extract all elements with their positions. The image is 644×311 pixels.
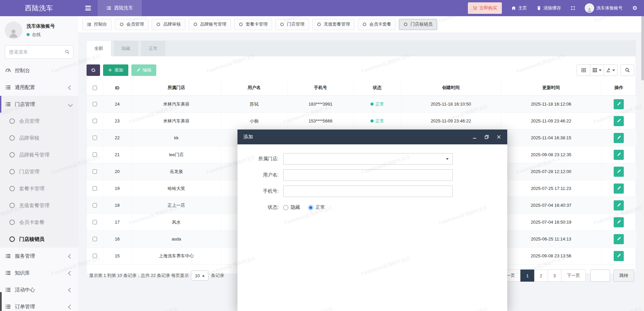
- page-scrollbar-thumb[interactable]: [641, 16, 644, 80]
- header-nav-tab[interactable]: 西陆洗车: [98, 0, 142, 16]
- status-badge: 正常: [371, 101, 384, 107]
- row-edit-button[interactable]: [614, 133, 624, 143]
- menu-search-input[interactable]: [5, 45, 73, 59]
- filter-tab[interactable]: 全部: [87, 41, 111, 56]
- filter-tab[interactable]: 正常: [141, 41, 165, 56]
- row-checkbox[interactable]: [93, 102, 97, 106]
- add-dialog-header[interactable]: 添加: [237, 130, 507, 144]
- store-select[interactable]: [283, 153, 453, 165]
- radio-input[interactable]: [283, 205, 288, 210]
- export-dropdown-button[interactable]: [604, 64, 617, 76]
- sidebar: 洗车体验账号 在线 控制台通用配置门店管理会员管理品牌审核品牌账号管理门店管理套…: [0, 16, 78, 311]
- page-button-3[interactable]: 3: [548, 270, 561, 282]
- nav-tab-item[interactable]: 控制台: [82, 19, 112, 30]
- nav-tab-item-label: 品牌审核: [163, 21, 181, 27]
- row-checkbox[interactable]: [93, 136, 97, 140]
- sidebar-subitem[interactable]: 门店核销员: [0, 231, 78, 248]
- nav-tab-item[interactable]: 套餐卡管理: [234, 19, 272, 30]
- cell-store: 米林汽车美容: [132, 96, 221, 113]
- row-edit-button[interactable]: [614, 183, 624, 194]
- nav-tab-item[interactable]: 充值套餐管理: [312, 19, 355, 30]
- row-edit-button[interactable]: [614, 116, 624, 126]
- sidebar-item[interactable]: 活动中心: [0, 281, 78, 298]
- user-menu-label: 洗车体验账号: [597, 5, 623, 11]
- user-menu[interactable]: 洗车体验账号: [585, 3, 623, 13]
- refresh-button[interactable]: [87, 64, 100, 76]
- row-checkbox[interactable]: [93, 237, 97, 241]
- cell-actions: [601, 214, 636, 231]
- select-all-checkbox[interactable]: [93, 86, 97, 90]
- add-button[interactable]: 添加: [103, 64, 128, 76]
- detail-view-button[interactable]: [577, 64, 590, 76]
- sidebar-subitem[interactable]: 充值套餐管理: [0, 197, 78, 214]
- phone-input[interactable]: [283, 186, 453, 197]
- jump-page-input[interactable]: [590, 270, 610, 282]
- nav-tab-item[interactable]: 门店管理: [275, 19, 309, 30]
- page-scrollbar[interactable]: [641, 16, 644, 311]
- next-page-button[interactable]: 下一页: [561, 270, 586, 282]
- row-edit-button[interactable]: [614, 167, 624, 177]
- sidebar-item[interactable]: 知识库: [0, 264, 78, 281]
- sidebar-item[interactable]: 订单管理: [0, 298, 78, 311]
- circle-icon: [9, 152, 15, 158]
- sidebar-subitem[interactable]: 套餐卡管理: [0, 180, 78, 197]
- sidebar-item[interactable]: 控制台: [0, 62, 78, 79]
- row-edit-button[interactable]: [614, 251, 624, 261]
- radio-input[interactable]: [308, 205, 313, 210]
- sidebar-subitem[interactable]: 会员卡套餐: [0, 214, 78, 231]
- sidebar-toggle-button[interactable]: [78, 0, 98, 16]
- row-edit-button[interactable]: [614, 200, 624, 210]
- row-select-cell: [87, 163, 103, 180]
- maximize-icon[interactable]: [484, 135, 489, 139]
- nav-tab-item[interactable]: 品牌账号管理: [189, 19, 231, 30]
- page-button-1[interactable]: 1: [520, 270, 534, 282]
- row-edit-button[interactable]: [614, 99, 624, 109]
- row-checkbox[interactable]: [93, 186, 97, 191]
- row-select-cell: [87, 130, 103, 146]
- row-edit-button[interactable]: [614, 234, 624, 244]
- row-checkbox[interactable]: [93, 254, 97, 258]
- sidebar-item[interactable]: 门店管理: [0, 96, 78, 113]
- sidebar-scrollbar-thumb[interactable]: [0, 292, 2, 311]
- radio-option[interactable]: 隐藏: [283, 204, 300, 210]
- page-size-select[interactable]: 10: [191, 271, 208, 281]
- nav-tab-item[interactable]: 会员卡套餐: [358, 19, 396, 30]
- row-checkbox[interactable]: [93, 119, 97, 123]
- home-button[interactable]: 主页: [511, 5, 527, 11]
- cell-actions: [601, 197, 636, 214]
- sidebar-item[interactable]: 通用配置: [0, 79, 78, 96]
- edit-button[interactable]: 编辑: [131, 64, 157, 76]
- buy-now-button[interactable]: 立即购买: [468, 2, 502, 14]
- row-checkbox[interactable]: [93, 169, 97, 174]
- sidebar-item[interactable]: 服务管理: [0, 248, 78, 264]
- row-edit-button[interactable]: [614, 150, 624, 160]
- close-icon[interactable]: [496, 135, 501, 139]
- nav-tab-item[interactable]: 门店核销员: [399, 19, 437, 30]
- row-checkbox[interactable]: [93, 220, 97, 224]
- sidebar-subitem[interactable]: 门店管理: [0, 163, 78, 180]
- brand-title[interactable]: 西陆洗车: [0, 0, 78, 16]
- settings-button[interactable]: [632, 5, 637, 10]
- table-search-button[interactable]: [620, 64, 634, 76]
- filter-tab[interactable]: 隐藏: [114, 41, 138, 56]
- minimize-icon[interactable]: [472, 135, 477, 139]
- nav-tab-item[interactable]: 会员管理: [115, 19, 149, 30]
- page-button-2[interactable]: 2: [534, 270, 548, 282]
- status-badge: 正常: [371, 118, 384, 124]
- nav-tab-item[interactable]: 品牌审核: [152, 19, 185, 30]
- username-input[interactable]: [283, 169, 453, 181]
- row-checkbox[interactable]: [93, 203, 97, 207]
- hamburger-icon: [85, 6, 91, 10]
- sidebar-subitem[interactable]: 品牌审核: [0, 130, 78, 146]
- jump-button[interactable]: 跳转: [613, 270, 634, 282]
- row-edit-button[interactable]: [614, 217, 624, 227]
- sidebar-item-label: 门店管理: [15, 101, 35, 108]
- sidebar-subitem[interactable]: 品牌账号管理: [0, 146, 78, 163]
- clear-cache-button[interactable]: 清除缓存: [537, 5, 561, 11]
- columns-dropdown-button[interactable]: [590, 64, 604, 76]
- sidebar-subitem[interactable]: 会员管理: [0, 113, 78, 130]
- fullscreen-button[interactable]: [571, 6, 575, 10]
- row-checkbox[interactable]: [93, 152, 97, 157]
- form-row: 手机号:: [237, 186, 507, 197]
- radio-option[interactable]: 正常: [308, 204, 325, 210]
